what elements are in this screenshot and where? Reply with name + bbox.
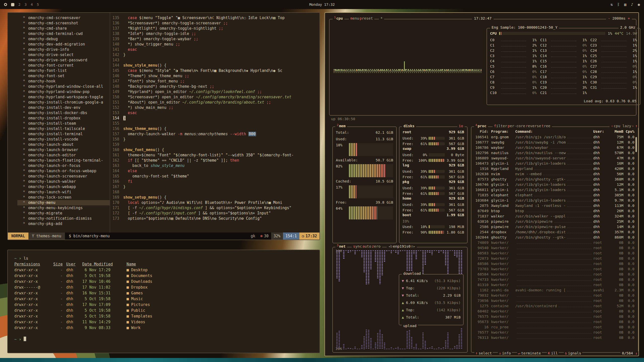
process-row[interactable]: 102844ghostty/usr/bin/ghostty --gtk-dhh8… bbox=[474, 235, 634, 241]
file-item[interactable]: *omarchy-install-tailscale bbox=[17, 126, 110, 131]
file-item[interactable]: *omarchy-menu bbox=[17, 200, 110, 205]
preset-star[interactable]: * bbox=[379, 16, 384, 20]
process-row[interactable]: 63816pipewire/usr/bin/pipewiredhh25M0.0 bbox=[474, 219, 634, 225]
file-item[interactable]: *omarchy-install-steam bbox=[17, 121, 110, 126]
process-row[interactable]: 87649btopbtopdhh26M0.0 bbox=[474, 209, 634, 214]
scroll-down-icon[interactable]: ↓ bbox=[634, 351, 638, 355]
option-menu[interactable]: menu bbox=[350, 16, 359, 20]
process-row[interactable]: 68584kworker/root0B0.0 bbox=[474, 272, 634, 278]
process-row[interactable]: 106786waybar/usr/bin/waybardhh67M0.0 bbox=[474, 146, 634, 151]
file-item[interactable]: *omarchy-drive-info bbox=[17, 47, 110, 52]
footer-select[interactable]: ↑select bbox=[474, 351, 493, 355]
file-item[interactable]: *omarchy-debug bbox=[17, 36, 110, 42]
disks-title[interactable]: disks bbox=[402, 124, 416, 128]
process-row[interactable]: 106746glycin-i/usr/lib/glycin-loadersdhh… bbox=[474, 183, 634, 188]
process-row[interactable]: 68402kworker/root0B0.0 bbox=[474, 309, 634, 314]
process-row[interactable]: 102638nvimnvim --embeddhh56M0.0 bbox=[474, 172, 634, 177]
file-item[interactable]: *omarchy-launch-wifi bbox=[17, 190, 110, 195]
col-command[interactable]: Command: bbox=[515, 129, 533, 134]
file-item[interactable]: *omarchy-cmd-share bbox=[17, 26, 110, 31]
file-item[interactable]: *omarchy-cmd-terminal-cwd bbox=[17, 31, 110, 36]
file-item[interactable]: *omarchy-launch-or-focus-webapp bbox=[17, 168, 110, 174]
process-row[interactable]: 76575kworker/root0B0.0 bbox=[474, 314, 634, 320]
interval-decrease-button[interactable]: - bbox=[608, 16, 610, 20]
process-row[interactable]: 76577kworker/root0B0.0 bbox=[474, 330, 634, 336]
file-item[interactable]: *omarchy-install-vscode bbox=[17, 137, 110, 142]
process-row[interactable]: 106541org.gnom/usr/bin/gjs /usr/lib/odhh… bbox=[474, 135, 634, 140]
scroll-up-icon[interactable]: ↑ bbox=[634, 124, 638, 128]
workspace-5[interactable]: 5 bbox=[37, 3, 39, 7]
option-auto[interactable]: auto bbox=[363, 244, 371, 248]
process-row[interactable]: 106811glycin-i/usr/lib/glycin-loadersdhh… bbox=[474, 188, 634, 193]
file-item[interactable]: *omarchy-dev-add-migration bbox=[17, 42, 110, 47]
file-item[interactable]: *omarchy-install-chromium-google-a bbox=[17, 100, 110, 105]
process-row[interactable]: 16rcu_preeroot0B0.0 bbox=[474, 325, 634, 330]
workspace-active-indicator[interactable] bbox=[11, 3, 14, 6]
file-item[interactable]: *omarchy-font-current bbox=[17, 63, 110, 68]
file-item[interactable]: *omarchy-pkg-add bbox=[17, 221, 110, 227]
option-tree[interactable]: tree bbox=[542, 124, 550, 128]
process-row[interactable]: 79032kworker/root0B0.0 bbox=[474, 293, 634, 299]
iface-right-arrow[interactable]: n▸ bbox=[411, 244, 415, 248]
file-item[interactable]: *omarchy-hyprland-workspace-toggle bbox=[17, 95, 110, 100]
process-row[interactable]: 95673kworker/root0B0.0 bbox=[474, 320, 634, 325]
option-zero[interactable]: zero bbox=[372, 244, 381, 248]
file-item[interactable]: *omarchy-install-dev-env bbox=[17, 105, 110, 110]
file-item[interactable]: *omarchy-cmd-screensaver bbox=[17, 15, 110, 21]
process-row[interactable]: 2544dropbox/home/dhh/.dropbox-distdhh357… bbox=[474, 230, 634, 235]
file-item[interactable]: *omarchy-hook bbox=[17, 79, 110, 84]
option-preset[interactable]: preset bbox=[360, 16, 373, 20]
screencast-icon[interactable]: ⇅ bbox=[611, 2, 613, 7]
col-program[interactable]: Program: bbox=[491, 129, 515, 134]
process-row[interactable]: 1162avahi-daavahi-daemon: running [avahi… bbox=[474, 288, 634, 293]
col-cpu[interactable]: Cpu% bbox=[623, 129, 634, 134]
bluetooth-icon[interactable]: ᛒ bbox=[617, 2, 620, 7]
process-row[interactable]: 71837walker/usr/bin/walker --gappldhh324… bbox=[474, 214, 634, 219]
process-row[interactable]: 68583kworker/root0B0.0 bbox=[474, 251, 634, 256]
process-row[interactable]: 81310kworker/root0B0.0 bbox=[474, 283, 634, 288]
process-row[interactable]: 87573ghostty/usr/bin/ghostty --gtk-dhh36… bbox=[474, 177, 634, 183]
footer-info[interactable]: ↓info bbox=[498, 351, 512, 355]
process-row[interactable]: 68586kworker/root0B0.0 bbox=[474, 262, 634, 267]
file-item[interactable]: *omarchy-launch-browser bbox=[17, 147, 110, 153]
file-item[interactable]: *omarchy-cmd-screenshot bbox=[17, 21, 110, 26]
process-row[interactable]: 2586pipewire/usr/bin/pipewire-pulsedhh14… bbox=[474, 225, 634, 230]
file-item[interactable]: *omarchy-font-list bbox=[17, 68, 110, 73]
file-item[interactable]: *omarchy-notification-dismiss bbox=[17, 216, 110, 221]
volume-icon[interactable]: ♪ bbox=[631, 2, 633, 7]
footer-ignals[interactable]: signals bbox=[564, 351, 582, 355]
iface-left-arrow[interactable]: ◂b bbox=[388, 244, 392, 248]
process-row[interactable]: 74869kworker/root0B0.0 bbox=[474, 241, 634, 246]
workspace-3[interactable]: 3 bbox=[24, 3, 26, 7]
mem-box-title[interactable]: 2 mem bbox=[335, 124, 347, 128]
file-item[interactable]: *omarchy-launch-webapp bbox=[17, 184, 110, 190]
file-item[interactable]: *omarchy-install-terminal bbox=[17, 131, 110, 137]
cpu-box-title[interactable]: 1 cpu bbox=[333, 16, 344, 20]
process-row[interactable]: 106473glycin-i/usr/lib/glycin-loadersdhh… bbox=[474, 161, 634, 167]
process-row[interactable]: 106809swayosd-/usr/bin/swayosd-serverdhh… bbox=[474, 156, 634, 161]
process-row[interactable]: 102796nautilus/usr/bin/nautilus --newdhh… bbox=[474, 151, 634, 156]
display-icon[interactable]: ▥ bbox=[624, 2, 626, 7]
process-row[interactable]: 71835elephantelephantdhh385M0.0 bbox=[474, 193, 634, 198]
process-row[interactable]: 72073kworker/root0B0.0 bbox=[474, 256, 634, 262]
file-item[interactable]: *omarchy-menu-keybindings bbox=[17, 205, 110, 211]
footer-ill[interactable]: Kill bbox=[547, 351, 559, 355]
proc-box-title[interactable]: 4 proc bbox=[474, 124, 488, 128]
workspace-2[interactable]: 2 bbox=[18, 3, 20, 7]
process-row[interactable]: 94540kworker/root0B0.0 bbox=[474, 246, 634, 251]
omarchy-logo-icon[interactable] bbox=[4, 3, 7, 6]
file-item[interactable]: *omarchy-hyprland-window-pop bbox=[17, 89, 110, 95]
file-item[interactable]: *omarchy-launch-or-focus bbox=[17, 163, 110, 168]
process-row[interactable]: 1275containe/usr/bin/containerdroot52M0.… bbox=[474, 304, 634, 309]
terminal-window[interactable]: ~ › ls PermissionsSizeUserDate ModifiedN… bbox=[7, 250, 320, 353]
process-row[interactable]: 76313kworker/root0B0.0 bbox=[474, 336, 634, 341]
file-item[interactable]: *omarchy-drive-select bbox=[17, 52, 110, 58]
sort-next-button[interactable]: › bbox=[632, 124, 634, 128]
record-icon[interactable]: ◉ bbox=[638, 2, 640, 7]
col-mem[interactable]: MemB bbox=[609, 129, 623, 134]
file-item[interactable]: *omarchy-lock-screen bbox=[17, 195, 110, 200]
file-item[interactable]: *omarchy-launch-editor bbox=[17, 153, 110, 158]
col-pid[interactable]: Pid: bbox=[474, 129, 491, 134]
col-user[interactable]: User: bbox=[593, 129, 609, 134]
file-item[interactable]: *omarchy-launch-about bbox=[17, 142, 110, 147]
